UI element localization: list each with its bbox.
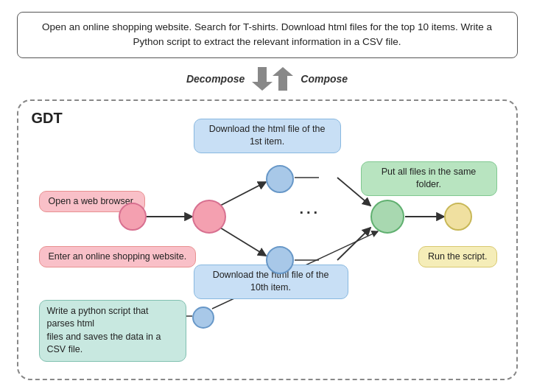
circle-bottom-blue — [266, 246, 294, 274]
download-1st-text: Download the html file of the 1st item. — [209, 124, 326, 147]
run-script-text: Run the script. — [428, 251, 488, 262]
run-script-label: Run the script. — [418, 246, 497, 268]
task-text: Open an online shopping website. Search … — [42, 21, 492, 47]
decompose-compose-arrows — [250, 66, 295, 92]
gdt-container: GDT — [17, 99, 518, 381]
task-description: Open an online shopping website. Search … — [17, 12, 518, 58]
svg-marker-0 — [252, 67, 273, 91]
compose-label: Compose — [301, 73, 348, 85]
enter-website-label: Enter an online shopping website. — [39, 246, 197, 268]
circle-top-blue — [266, 165, 294, 193]
open-browser-text: Open a web browser. — [49, 196, 136, 206]
write-script-label: Write a python script that parses html f… — [39, 300, 186, 362]
dots-separator: ··· — [300, 204, 321, 221]
circle-write-script — [192, 307, 214, 329]
put-all-files-text: Put all files in the same folder. — [382, 167, 477, 190]
arrows-row: Decompose Compose — [17, 66, 518, 92]
circle-left-small — [119, 203, 147, 231]
download-1st-label: Download the html file of the 1st item. — [194, 119, 341, 153]
circle-right-green — [370, 200, 404, 234]
svg-line-8 — [337, 228, 370, 260]
svg-marker-1 — [273, 67, 293, 91]
download-10th-text: Download the html file of the 10th item. — [213, 270, 329, 293]
circle-middle-left — [192, 200, 226, 234]
decompose-label: Decompose — [186, 73, 245, 85]
svg-line-3 — [220, 182, 266, 206]
circle-yellow-end — [444, 203, 472, 231]
enter-website-text: Enter an online shopping website. — [49, 251, 187, 262]
write-script-text: Write a python script that parses html f… — [47, 306, 161, 355]
svg-line-4 — [220, 228, 266, 256]
put-all-files-label: Put all files in the same folder. — [361, 161, 497, 196]
diagram-area: Download the html file of the 1st item. … — [32, 117, 503, 346]
